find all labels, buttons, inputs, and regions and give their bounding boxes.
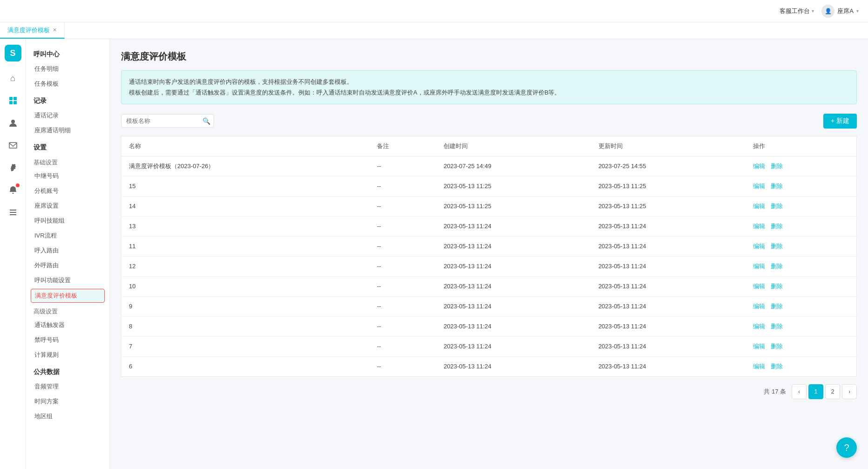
user-icon[interactable] (4, 114, 22, 132)
sidebar-item-trunk-number[interactable]: 中继号码 (26, 169, 109, 184)
cell-name[interactable]: 11 (121, 236, 370, 256)
layers-icon[interactable] (4, 203, 22, 222)
delete-btn[interactable]: 删除 (771, 323, 783, 330)
user-menu-btn[interactable]: 👤 座席A ▾ (821, 5, 859, 18)
sidebar-item-audio[interactable]: 音频管理 (26, 379, 109, 394)
cell-name[interactable]: 7 (121, 336, 370, 356)
edit-btn[interactable]: 编辑 (753, 183, 765, 190)
pagination: 共 17 条 ‹ 1 2 › (121, 384, 857, 399)
cell-actions: 编辑删除 (746, 196, 856, 216)
cell-name[interactable]: 12 (121, 256, 370, 276)
cell-actions: 编辑删除 (746, 356, 856, 376)
table-row: 13--2023-05-13 11:242023-05-13 11:24编辑删除 (121, 216, 857, 236)
prev-page-btn[interactable]: ‹ (792, 384, 807, 399)
delete-btn[interactable]: 删除 (771, 243, 783, 250)
sidebar-item-skill-group[interactable]: 呼叫技能组 (26, 213, 109, 228)
page-btn-2[interactable]: 2 (825, 384, 840, 399)
sidebar-item-agent-settings[interactable]: 座席设置 (26, 198, 109, 213)
mail-icon[interactable] (4, 136, 22, 155)
cell-name[interactable]: 8 (121, 316, 370, 336)
edit-btn[interactable]: 编辑 (753, 243, 765, 250)
delete-btn[interactable]: 删除 (771, 223, 783, 230)
sidebar-item-task-template[interactable]: 任务模板 (26, 76, 109, 91)
delete-btn[interactable]: 删除 (771, 203, 783, 210)
sidebar-item-call-records[interactable]: 通话记录 (26, 108, 109, 123)
delete-btn[interactable]: 删除 (771, 163, 783, 170)
search-icon[interactable]: 🔍 (202, 117, 210, 125)
col-name: 名称 (121, 136, 370, 156)
edit-btn[interactable]: 编辑 (753, 163, 765, 170)
sidebar-item-time-plan[interactable]: 时间方案 (26, 394, 109, 409)
cell-created: 2023-05-13 11:25 (436, 196, 591, 216)
col-actions: 操作 (746, 136, 856, 156)
edit-btn[interactable]: 编辑 (753, 323, 765, 330)
sidebar-item-inbound-route[interactable]: 呼入路由 (26, 243, 109, 258)
cell-name[interactable]: 6 (121, 356, 370, 376)
edit-btn[interactable]: 编辑 (753, 223, 765, 230)
sidebar-item-extension[interactable]: 分机账号 (26, 184, 109, 198)
edit-btn[interactable]: 编辑 (753, 303, 765, 310)
main-content: 满意度评价模板 通话结束时向客户发送的满意度评价内容的模板，支持根据业务不同创建… (110, 39, 868, 469)
help-button[interactable]: ? (836, 437, 857, 458)
cell-updated: 2023-05-13 11:24 (591, 276, 746, 296)
tab-satisfaction-template[interactable]: 满意度评价模板 ✕ (0, 22, 65, 39)
sidebar-item-outbound-route[interactable]: 外呼路由 (26, 258, 109, 273)
edit-btn[interactable]: 编辑 (753, 343, 765, 350)
search-input[interactable] (121, 114, 214, 128)
banner-line2: 模板创建后，需要通过「通话触发器」设置满意度的发送条件。例如：呼入通话结束时自动… (129, 87, 849, 98)
sidebar-item-blocked-numbers[interactable]: 禁呼号码 (26, 333, 109, 347)
bell-icon[interactable] (4, 181, 22, 199)
delete-btn[interactable]: 删除 (771, 283, 783, 290)
svg-point-4 (11, 120, 15, 123)
sidebar-item-ivr[interactable]: IVR流程 (26, 228, 109, 243)
sidebar-item-call-function[interactable]: 呼叫功能设置 (26, 273, 109, 288)
table-row: 14--2023-05-13 11:252023-05-13 11:25编辑删除 (121, 196, 857, 216)
sidebar-item-calc-rules[interactable]: 计算规则 (26, 347, 109, 362)
cell-actions: 编辑删除 (746, 276, 856, 296)
page-btn-1[interactable]: 1 (808, 384, 823, 399)
delete-btn[interactable]: 删除 (771, 263, 783, 270)
edit-btn[interactable]: 编辑 (753, 363, 765, 370)
sidebar-item-call-trigger[interactable]: 通话触发器 (26, 318, 109, 333)
edit-btn[interactable]: 编辑 (753, 263, 765, 270)
delete-btn[interactable]: 删除 (771, 363, 783, 370)
sidebar-section-records: 记录 (26, 91, 109, 108)
cell-updated: 2023-05-13 11:24 (591, 316, 746, 336)
icon-nav: S ⌂ (0, 39, 26, 469)
cell-created: 2023-05-13 11:24 (436, 356, 591, 376)
cell-name[interactable]: 10 (121, 276, 370, 296)
delete-btn[interactable]: 删除 (771, 343, 783, 350)
cell-remark: -- (370, 336, 436, 356)
cell-name[interactable]: 14 (121, 196, 370, 216)
sidebar-item-agent-call-detail[interactable]: 座席通话明细 (26, 123, 109, 138)
edit-btn[interactable]: 编辑 (753, 203, 765, 210)
help-icon: ? (844, 442, 849, 453)
sidebar-item-task-detail[interactable]: 任务明细 (26, 61, 109, 76)
cell-remark: -- (370, 196, 436, 216)
edit-btn[interactable]: 编辑 (753, 283, 765, 290)
cell-created: 2023-05-13 11:24 (436, 256, 591, 276)
next-page-btn[interactable]: › (842, 384, 857, 399)
table-row: 11--2023-05-13 11:242023-05-13 11:24编辑删除 (121, 236, 857, 256)
table-row: 6--2023-05-13 11:242023-05-13 11:24编辑删除 (121, 356, 857, 376)
cell-remark: -- (370, 236, 436, 256)
delete-btn[interactable]: 删除 (771, 303, 783, 310)
cell-remark: -- (370, 276, 436, 296)
sidebar-item-region[interactable]: 地区组 (26, 409, 109, 424)
col-created: 创建时间 (436, 136, 591, 156)
cell-name[interactable]: 13 (121, 216, 370, 236)
home-icon[interactable]: ⌂ (4, 69, 22, 88)
settings-icon[interactable] (4, 158, 22, 177)
delete-btn[interactable]: 删除 (771, 183, 783, 190)
tab-close-icon[interactable]: ✕ (53, 27, 57, 33)
cell-updated: 2023-05-13 11:24 (591, 236, 746, 256)
service-workbench-btn[interactable]: 客服工作台 ▾ (780, 7, 814, 15)
cell-created: 2023-05-13 11:24 (436, 216, 591, 236)
cell-updated: 2023-05-13 11:24 (591, 356, 746, 376)
cell-name[interactable]: 9 (121, 296, 370, 316)
new-button[interactable]: + 新建 (823, 114, 857, 129)
cell-name[interactable]: 15 (121, 176, 370, 196)
grid-icon[interactable] (4, 91, 22, 110)
sidebar-item-satisfaction-template[interactable]: 满意度评价模板 (31, 289, 105, 303)
cell-actions: 编辑删除 (746, 336, 856, 356)
